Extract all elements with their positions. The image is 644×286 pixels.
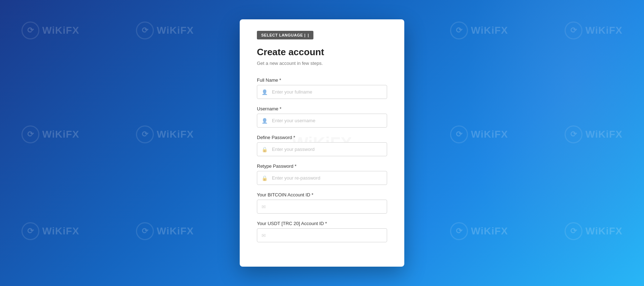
modal-subtitle: Get a new account in few steps. bbox=[257, 61, 387, 66]
select-language-button[interactable]: SELECT LANGUAGE | bbox=[257, 31, 313, 39]
username-label: Username * bbox=[257, 106, 387, 111]
usdt-account-input-wrapper bbox=[257, 228, 387, 242]
lock-icon-password bbox=[257, 147, 272, 152]
define-password-input-wrapper bbox=[257, 142, 387, 156]
retype-password-input[interactable] bbox=[272, 171, 387, 185]
usdt-account-input[interactable] bbox=[270, 229, 387, 242]
bitcoin-account-input[interactable] bbox=[270, 200, 387, 213]
username-input[interactable] bbox=[272, 114, 387, 127]
modal-title: Create account bbox=[257, 47, 387, 58]
person-icon-username bbox=[257, 118, 272, 124]
define-password-label: Define Password * bbox=[257, 135, 387, 140]
lock-icon-repassword bbox=[257, 175, 272, 181]
envelope-icon-bitcoin bbox=[257, 204, 270, 210]
define-password-group: Define Password * bbox=[257, 135, 387, 156]
bitcoin-account-group: Your BITCOIN Account ID * bbox=[257, 192, 387, 214]
create-account-modal: WiKiFX SELECT LANGUAGE | Create account … bbox=[240, 19, 404, 267]
username-group: Username * bbox=[257, 106, 387, 128]
create-account-form: Full Name * Username * Define Password * bbox=[257, 77, 387, 242]
define-password-input[interactable] bbox=[272, 143, 387, 156]
bitcoin-account-label: Your BITCOIN Account ID * bbox=[257, 192, 387, 197]
modal-overlay: WiKiFX SELECT LANGUAGE | Create account … bbox=[0, 0, 644, 286]
full-name-input-wrapper bbox=[257, 85, 387, 99]
usdt-account-group: Your USDT [TRC 20] Account ID * bbox=[257, 221, 387, 242]
envelope-icon-usdt bbox=[257, 233, 270, 238]
full-name-input[interactable] bbox=[272, 85, 387, 99]
retype-password-group: Retype Password * bbox=[257, 163, 387, 185]
retype-password-input-wrapper bbox=[257, 171, 387, 185]
full-name-label: Full Name * bbox=[257, 77, 387, 83]
person-icon-fullname bbox=[257, 89, 272, 95]
bitcoin-account-input-wrapper bbox=[257, 200, 387, 214]
full-name-group: Full Name * bbox=[257, 77, 387, 99]
retype-password-label: Retype Password * bbox=[257, 163, 387, 169]
usdt-account-label: Your USDT [TRC 20] Account ID * bbox=[257, 221, 387, 226]
username-input-wrapper bbox=[257, 114, 387, 128]
